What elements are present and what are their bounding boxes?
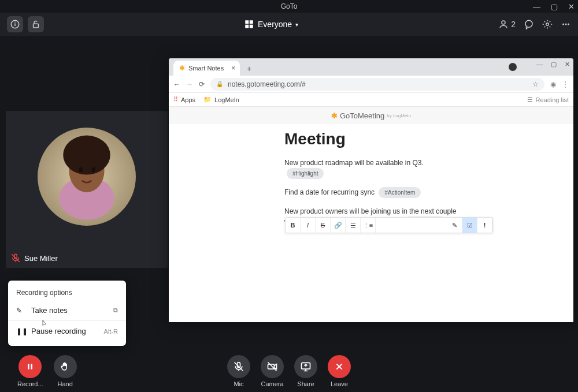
more-icon xyxy=(561,19,571,29)
info-icon xyxy=(10,19,20,29)
new-tab-button[interactable]: + xyxy=(242,64,256,73)
external-link-icon: ⧉ xyxy=(113,307,118,314)
bottom-controls: Record... Hand Mic Camera Share xyxy=(0,347,578,392)
svg-point-19 xyxy=(92,167,96,173)
browser-minimize-button[interactable]: — xyxy=(536,61,543,68)
strike-button[interactable]: S xyxy=(316,218,331,233)
cursor-pointer-icon xyxy=(39,319,49,328)
pause-recording-icon xyxy=(18,355,42,378)
view-selector[interactable]: Everyone ▾ xyxy=(244,19,298,29)
profile-button[interactable]: ◉ xyxy=(550,80,556,88)
link-button[interactable]: 🔗 xyxy=(331,218,346,233)
svg-point-12 xyxy=(565,24,566,25)
take-notes-item[interactable]: ✎ Take notes ⧉ xyxy=(8,301,126,319)
svg-point-11 xyxy=(562,24,564,25)
bold-button[interactable]: B xyxy=(286,218,301,233)
camera-button[interactable]: Camera xyxy=(261,355,284,387)
mic-button[interactable]: Mic xyxy=(227,355,250,387)
bookmark-star-button[interactable]: ☆ xyxy=(532,80,539,88)
participant-tile[interactable]: Sue Miller xyxy=(6,111,168,268)
chevron-down-icon: ▾ xyxy=(295,21,298,28)
notes-heading[interactable]: Meeting xyxy=(284,130,458,148)
italic-button[interactable]: I xyxy=(301,218,316,233)
browser-menu-button[interactable]: ⋮ xyxy=(562,80,569,88)
svg-point-18 xyxy=(79,167,83,173)
popup-title: Recording options xyxy=(8,286,126,301)
participant-name-label: Sue Miller xyxy=(10,253,58,263)
apps-grid-icon: ⠿ xyxy=(173,96,178,103)
actionitem-tag[interactable]: #ActionItem xyxy=(379,187,421,198)
participant-count: 2 xyxy=(511,20,516,29)
brand-label: GoToMeeting xyxy=(340,111,384,120)
view-label: Everyone xyxy=(258,20,292,29)
record-button[interactable]: Record... xyxy=(17,355,43,387)
hand-button[interactable]: Hand xyxy=(54,355,77,387)
notes-editor[interactable]: Meeting New product roadmap will be avai… xyxy=(169,124,573,227)
bookmark-logmein[interactable]: 📁 LogMeIn xyxy=(203,96,239,103)
svg-rect-2 xyxy=(14,22,16,23)
svg-rect-5 xyxy=(250,20,253,24)
shortcut-label: Alt-R xyxy=(104,328,118,335)
highlight-button[interactable]: ✎ xyxy=(447,218,462,233)
browser-maximize-button[interactable]: ▢ xyxy=(551,61,557,68)
top-toolbar: Everyone ▾ 2 xyxy=(0,13,578,36)
checkbox-button[interactable]: ☑ xyxy=(462,218,477,233)
maximize-button[interactable]: ▢ xyxy=(551,2,558,11)
window-title: GoTo xyxy=(281,2,298,10)
close-icon xyxy=(328,355,351,378)
unordered-list-button[interactable]: ⋮≡ xyxy=(361,218,376,233)
more-button[interactable] xyxy=(561,19,571,29)
apps-button[interactable]: ⠿ Apps xyxy=(173,96,195,103)
chat-icon xyxy=(524,19,534,29)
svg-rect-7 xyxy=(250,25,253,28)
recording-options-popup: Recording options ✎ Take notes ⧉ ❚❚ Paus… xyxy=(8,281,126,346)
tab-close-button[interactable]: × xyxy=(231,64,235,72)
note-line-2[interactable]: Find a date for recurring sync #ActionIt… xyxy=(284,187,458,198)
info-button[interactable] xyxy=(7,16,23,32)
forward-button[interactable]: → xyxy=(186,80,193,88)
reload-button[interactable]: ⟳ xyxy=(199,80,205,88)
bookmark-bar: ⠿ Apps 📁 LogMeIn ☰ Reading list xyxy=(169,93,573,107)
recording-indicator-icon xyxy=(509,63,517,71)
settings-button[interactable] xyxy=(542,19,553,29)
hand-icon xyxy=(54,355,77,378)
person-icon xyxy=(498,19,509,29)
close-button[interactable]: ✕ xyxy=(568,2,575,11)
chat-button[interactable] xyxy=(524,19,534,29)
participants-button[interactable]: 2 xyxy=(498,19,516,29)
mic-off-icon xyxy=(227,355,250,378)
browser-close-button[interactable]: ✕ xyxy=(565,61,570,68)
notes-icon: ✎ xyxy=(16,307,25,315)
window-titlebar: GoTo — ▢ ✕ xyxy=(0,0,578,13)
reading-list-button[interactable]: ☰ Reading list xyxy=(527,96,569,103)
pause-icon: ❚❚ xyxy=(16,327,25,335)
note-line-1[interactable]: New product roadmap will be available in… xyxy=(284,158,458,179)
svg-point-10 xyxy=(546,23,549,26)
ordered-list-button[interactable]: ☰ xyxy=(346,218,361,233)
url-input[interactable]: 🔒 notes.gotomeeting.com/# ☆ xyxy=(210,78,544,91)
smart-notes-window: ✱ Smart Notes × + — ▢ ✕ ← → ⟳ 🔒 notes.go… xyxy=(169,58,573,322)
highlight-tag[interactable]: #Highlight xyxy=(287,168,324,179)
browser-address-bar: ← → ⟳ 🔒 notes.gotomeeting.com/# ☆ ◉ ⋮ xyxy=(169,76,573,93)
svg-rect-3 xyxy=(34,24,39,28)
leave-button[interactable]: Leave xyxy=(328,355,351,387)
important-button[interactable]: ! xyxy=(477,218,492,233)
gear-icon xyxy=(542,19,553,29)
list-icon: ☰ xyxy=(527,96,533,103)
brand-icon: ✱ xyxy=(331,111,338,120)
svg-rect-6 xyxy=(245,25,249,28)
browser-tab[interactable]: ✱ Smart Notes × xyxy=(173,61,240,76)
share-button[interactable]: Share xyxy=(294,355,317,387)
camera-off-icon xyxy=(261,355,284,378)
lock-button[interactable] xyxy=(28,16,44,32)
back-button[interactable]: ← xyxy=(173,80,180,88)
folder-icon: 📁 xyxy=(203,96,212,103)
browser-tab-strip: ✱ Smart Notes × + — ▢ ✕ xyxy=(169,58,573,76)
svg-point-8 xyxy=(502,21,505,24)
pause-recording-item[interactable]: ❚❚ Pause recording Alt-R xyxy=(8,322,126,340)
lock-open-icon xyxy=(31,19,41,29)
svg-rect-22 xyxy=(31,364,33,369)
url-text: notes.gotomeeting.com/# xyxy=(228,80,306,88)
svg-point-13 xyxy=(568,24,569,25)
minimize-button[interactable]: — xyxy=(533,2,540,11)
